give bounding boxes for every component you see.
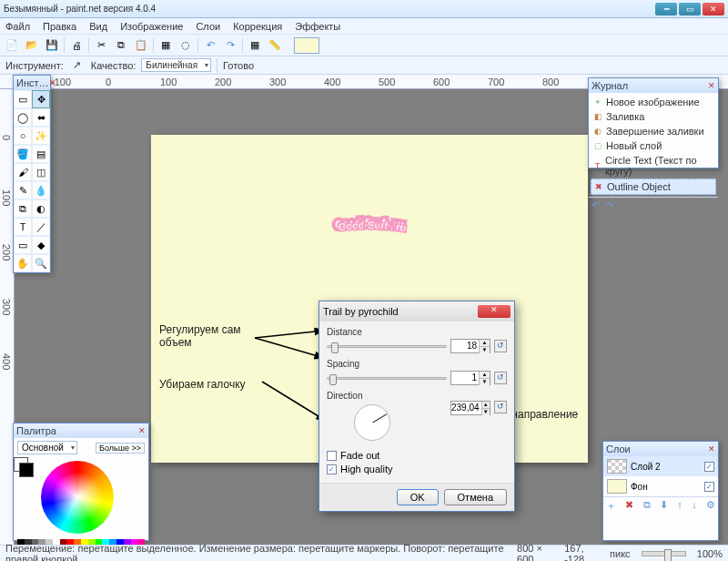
color-wheel[interactable] (41, 461, 114, 534)
close-button[interactable]: ✕ (703, 3, 724, 15)
grid-icon[interactable]: ▦ (247, 37, 263, 54)
new-icon[interactable]: 📄 (4, 37, 20, 54)
direction-input[interactable]: 239,04▲▼ (450, 401, 490, 415)
ellipse-select-tool-icon[interactable]: ○ (14, 127, 32, 145)
layer-visible-checkbox[interactable]: ✓ (704, 482, 714, 492)
menu-image[interactable]: Изображение (120, 21, 183, 32)
reset-button[interactable]: ↺ (494, 372, 507, 384)
direction-dial[interactable] (354, 404, 390, 441)
pan-tool-icon[interactable]: ✋ (14, 254, 32, 272)
colorpicker-tool-icon[interactable]: 💧 (32, 181, 50, 199)
merge-layer-icon[interactable]: ⬇ (660, 499, 668, 513)
spin-up-icon[interactable]: ▲ (479, 372, 490, 378)
open-icon[interactable]: 📂 (24, 37, 40, 54)
layers-panel[interactable]: Слои✕ Слой 2 ✓ Фон ✓ ＋ ✖ ⧉ ⬇ ↑ ↓ ⚙ (602, 441, 719, 541)
spin-down-icon[interactable]: ▼ (479, 346, 490, 353)
menu-layers[interactable]: Слои (196, 21, 220, 32)
reset-button[interactable]: ↺ (494, 401, 507, 413)
redo-icon[interactable]: ↷ (222, 37, 238, 54)
fadeout-checkbox[interactable] (327, 451, 337, 461)
eraser-tool-icon[interactable]: ◫ (32, 163, 50, 181)
history-item[interactable]: TCircle Text (Текст по кругу) (591, 153, 716, 178)
line-tool-icon[interactable]: ／ (32, 218, 50, 236)
dialog-titlebar[interactable]: Trail by pyrochild ✕ (319, 301, 514, 321)
text-tool-icon[interactable]: T (14, 218, 32, 236)
lasso-tool-icon[interactable]: ◯ (14, 108, 32, 127)
add-layer-icon[interactable]: ＋ (606, 499, 616, 513)
ruler-icon[interactable]: 📏 (267, 37, 283, 54)
undo-icon[interactable]: ↶ (202, 37, 218, 54)
move-tool-icon[interactable]: ✥ (32, 90, 50, 108)
trail-dialog[interactable]: Trail by pyrochild ✕ Distance 18▲▼ ↺ Spa… (318, 301, 515, 512)
tools-panel-close-icon[interactable]: ✕ (49, 78, 56, 87)
spin-down-icon[interactable]: ▼ (479, 378, 490, 385)
move-up-icon[interactable]: ↑ (677, 499, 682, 513)
layers-panel-close-icon[interactable]: ✕ (708, 444, 715, 454)
layer-row[interactable]: Фон ✓ (603, 476, 718, 496)
crop-icon[interactable]: ▦ (157, 37, 174, 54)
recolor-tool-icon[interactable]: ◐ (32, 199, 50, 218)
palette-panel[interactable]: Палитра✕ Основной Больше >> (13, 423, 149, 541)
color-mode-dropdown[interactable]: Основной (17, 441, 77, 454)
swatch-pair[interactable] (14, 457, 37, 477)
dialog-close-button[interactable]: ✕ (478, 305, 511, 318)
history-item[interactable]: ▢Новый слой (591, 138, 716, 153)
rect-tool-icon[interactable]: ▭ (14, 236, 32, 254)
active-tool-icon[interactable]: ↗ (69, 57, 86, 74)
cut-icon[interactable]: ✂ (93, 37, 109, 54)
palette-panel-close-icon[interactable]: ✕ (138, 426, 146, 435)
menu-adjust[interactable]: Коррекция (233, 21, 282, 32)
tools-panel[interactable]: Инст…✕ ▭ ✥ ◯ ⬌ ○ ✨ 🪣 ▤ 🖌 ◫ ✎ 💧 ⧉ ◐ T ／ ▭… (13, 75, 51, 273)
redo-history-icon[interactable]: ↷ (605, 199, 613, 211)
brush-tool-icon[interactable]: 🖌 (14, 163, 32, 181)
bucket-tool-icon[interactable]: 🪣 (14, 145, 32, 163)
cancel-button[interactable]: Отмена (444, 489, 507, 505)
history-item[interactable]: ✦Новое изображение (591, 95, 716, 109)
menu-edit[interactable]: Правка (43, 21, 76, 32)
menu-view[interactable]: Вид (89, 21, 107, 32)
shapes-tool-icon[interactable]: ◆ (32, 236, 50, 254)
menu-file[interactable]: Файл (5, 21, 30, 32)
deselect-icon[interactable]: ◌ (177, 37, 194, 54)
spin-down-icon[interactable]: ▼ (481, 408, 490, 415)
undo-history-icon[interactable]: ↶ (592, 199, 600, 211)
spin-up-icon[interactable]: ▲ (481, 402, 490, 408)
layer-visible-checkbox[interactable]: ✓ (704, 462, 714, 472)
duplicate-layer-icon[interactable]: ⧉ (643, 499, 651, 513)
spacing-slider[interactable] (327, 377, 447, 380)
magic-wand-tool-icon[interactable]: ✨ (32, 127, 50, 145)
spin-up-icon[interactable]: ▲ (479, 340, 490, 346)
reset-button[interactable]: ↺ (494, 340, 507, 352)
move-down-icon[interactable]: ↓ (692, 499, 697, 513)
status-unit-dropdown[interactable]: пикс (610, 548, 631, 559)
history-item[interactable]: ✖Outline Object (591, 178, 716, 195)
print-icon[interactable]: 🖨 (68, 37, 85, 54)
menu-effects[interactable]: Эффекты (295, 21, 340, 32)
distance-slider[interactable] (327, 345, 447, 348)
delete-layer-icon[interactable]: ✖ (625, 499, 633, 513)
quality-dropdown[interactable]: Билинейная (141, 58, 211, 72)
highquality-checkbox[interactable]: ✓ (327, 464, 337, 474)
save-icon[interactable]: 💾 (44, 37, 60, 54)
zoom-tool-icon[interactable]: 🔍 (32, 254, 50, 272)
select-rect-tool-icon[interactable]: ▭ (14, 90, 32, 108)
paste-icon[interactable]: 📋 (133, 37, 149, 54)
layer-props-icon[interactable]: ⚙ (706, 499, 715, 513)
history-item[interactable]: ◐Завершение заливки (591, 124, 716, 138)
spacing-input[interactable]: 1▲▼ (450, 371, 490, 385)
history-item[interactable]: ◧Заливка (591, 109, 716, 124)
document-thumbnail[interactable] (294, 37, 319, 54)
zoom-slider[interactable] (642, 551, 686, 556)
move-selection-tool-icon[interactable]: ⬌ (32, 108, 50, 127)
layer-row[interactable]: Слой 2 ✓ (603, 456, 718, 476)
minimize-button[interactable]: ━ (655, 3, 677, 15)
distance-input[interactable]: 18▲▼ (450, 339, 490, 353)
ok-button[interactable]: OK (397, 489, 439, 505)
copy-icon[interactable]: ⧉ (113, 37, 129, 54)
gradient-tool-icon[interactable]: ▤ (32, 145, 50, 163)
maximize-button[interactable]: ▭ (679, 3, 701, 15)
clone-tool-icon[interactable]: ⧉ (14, 199, 32, 218)
pencil-tool-icon[interactable]: ✎ (14, 181, 32, 199)
more-button[interactable]: Больше >> (96, 443, 145, 454)
history-panel[interactable]: Журнал✕ ✦Новое изображение ◧Заливка ◐Зав… (588, 77, 719, 168)
